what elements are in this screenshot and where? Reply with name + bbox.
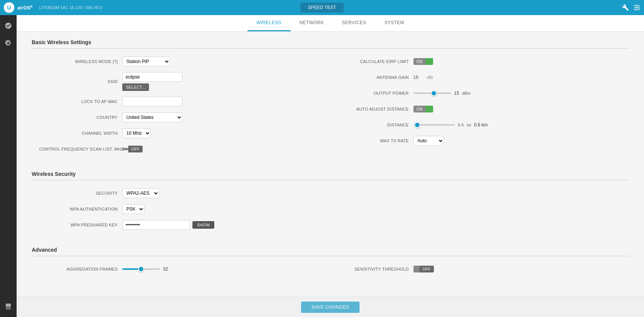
wireless-security-right-col: [330, 188, 629, 235]
auto-adjust-on-btn[interactable]: ON: [413, 106, 426, 112]
wpa-auth-row: WPA AUTHENTICATION PSK EAP: [39, 204, 323, 214]
security-control: None WPA2-AES WPA2-TKIP WEP: [122, 188, 323, 198]
ctrl-freq-toggle-label[interactable]: OFF: [128, 146, 143, 152]
terminal-icon: [5, 303, 12, 310]
sidebar-item-settings[interactable]: [2, 36, 15, 50]
output-power-label: OUTPUT POWER: [338, 91, 413, 95]
top-nav-right: [622, 4, 640, 11]
wpa-auth-label: WPA AUTHENTICATION: [39, 207, 122, 211]
wpa-key-input[interactable]: [122, 220, 190, 230]
eirp-control: ON: [413, 58, 622, 65]
sensitivity-toggle-off-btn[interactable]: OFF: [420, 266, 434, 272]
aggregation-frames-row: AGGREGATION FRAMES 32: [39, 264, 323, 274]
wireless-mode-row: WIRELESS MODE [?] Station PtP Station Ac…: [39, 56, 323, 67]
advanced-header: Advanced: [32, 247, 629, 256]
advanced-form: AGGREGATION FRAMES 32 SENSITIVITY THRESH…: [32, 264, 629, 280]
lock-to-ap-mac-input[interactable]: [122, 97, 183, 106]
wireless-mode-select[interactable]: Station PtP Station Access Point PtP Acc…: [122, 57, 170, 66]
auto-adjust-row: AUTO ADJUST DISTANCE ON: [338, 104, 622, 114]
aggregation-slider[interactable]: [122, 268, 160, 270]
ssid-control: SELECT...: [122, 72, 323, 91]
tab-services[interactable]: SERVICES: [333, 15, 375, 31]
top-nav-center: SPEED TEST: [300, 3, 343, 12]
ctrl-freq-toggle-container: OFF: [122, 146, 143, 152]
channel-width-control: 5 MHz 10 MHz 20 MHz 40 MHz: [122, 128, 323, 138]
basic-wireless-section: Basic Wireless Settings WIRELESS MODE [?…: [32, 39, 629, 160]
ssid-input[interactable]: [122, 72, 183, 82]
security-select[interactable]: None WPA2-AES WPA2-TKIP WEP: [122, 188, 159, 198]
basic-wireless-header: Basic Wireless Settings: [32, 39, 629, 49]
eirp-toggle: ON: [413, 58, 433, 65]
logo-area: U airOS8 LITEBEAM 5AC 16.120 | WA.V8.0: [4, 2, 102, 13]
save-changes-button[interactable]: SAVE CHANGES: [301, 302, 360, 313]
lock-to-ap-mac-label: LOCK TO AP MAC: [39, 99, 122, 104]
basic-wireless-right-col: CALCULATE EIRP LIMIT ON ANTENNA GAIN: [330, 56, 629, 160]
antenna-gain-unit: dBi: [427, 75, 433, 80]
tab-bar: WIRELESS NETWORK SERVICES SYSTEM: [17, 15, 644, 32]
tab-wireless[interactable]: WIRELESS: [247, 15, 290, 31]
country-select[interactable]: United States: [122, 112, 183, 122]
output-power-row: OUTPUT POWER 15 dBm: [338, 88, 622, 98]
max-tx-rate-label: MAX TX RATE: [338, 138, 413, 143]
country-control: United States: [122, 112, 323, 122]
dashboard-icon: [5, 22, 12, 29]
eirp-on-button[interactable]: ON: [413, 58, 426, 65]
ssid-select-button[interactable]: SELECT...: [122, 83, 149, 91]
wireless-mode-label: WIRELESS MODE [?]: [39, 59, 122, 64]
wireless-security-form: SECURITY None WPA2-AES WPA2-TKIP WEP: [32, 188, 629, 235]
auto-adjust-control: ON: [413, 106, 622, 112]
wpa-key-row: WPA PRESHARED KEY SHOW: [39, 220, 323, 230]
sensitivity-threshold-label: SENSITIVITY THRESHOLD: [338, 267, 413, 271]
channel-width-select[interactable]: 5 MHz 10 MHz 20 MHz 40 MHz: [122, 128, 151, 138]
distance-km-value: 0.6 km: [474, 122, 487, 128]
advanced-section: Advanced AGGREGATION FRAMES 32: [32, 247, 629, 280]
sidebar-item-dashboard[interactable]: [2, 19, 15, 32]
wpa-auth-select[interactable]: PSK EAP: [122, 204, 144, 214]
antenna-gain-label: ANTENNA GAIN: [338, 75, 413, 80]
eirp-label: CALCULATE EIRP LIMIT: [338, 59, 413, 64]
tab-network[interactable]: NETWORK: [290, 15, 333, 31]
basic-wireless-form: WIRELESS MODE [?] Station PtP Station Ac…: [32, 56, 629, 160]
settings-icon: [5, 39, 12, 47]
show-key-button[interactable]: SHOW: [192, 221, 214, 229]
wireless-security-left-col: SECURITY None WPA2-AES WPA2-TKIP WEP: [32, 188, 330, 235]
output-power-unit: dBm: [462, 91, 471, 95]
ctrl-freq-control: OFF: [122, 146, 323, 152]
logout-button[interactable]: [633, 4, 640, 11]
country-row: COUNTRY United States: [39, 112, 323, 123]
distance-label: DISTANCE: [338, 123, 413, 127]
distance-row: DISTANCE 0.4 mi 0.6 km: [338, 120, 622, 130]
antenna-gain-row: ANTENNA GAIN 16 dBi: [338, 72, 622, 83]
output-power-slider[interactable]: [413, 92, 451, 94]
auto-adjust-label: AUTO ADJUST DISTANCE: [338, 107, 413, 111]
output-power-control: 15 dBm: [413, 91, 622, 96]
wpa-auth-control: PSK EAP: [122, 204, 323, 214]
aggregation-frames-control: 32: [122, 266, 323, 272]
speed-test-button[interactable]: SPEED TEST: [300, 3, 343, 12]
eirp-toggle-green[interactable]: [426, 58, 433, 65]
sidebar-bottom: [2, 300, 15, 313]
footer: SAVE CHANGES: [17, 297, 644, 317]
wpa-key-control: SHOW: [122, 220, 323, 230]
max-tx-rate-select[interactable]: Auto 6 Mbps 9 Mbps 12 Mbps: [413, 136, 444, 146]
ctrl-freq-toggle-off[interactable]: [122, 148, 128, 150]
max-tx-rate-control: Auto 6 Mbps 9 Mbps 12 Mbps: [413, 136, 622, 146]
tab-system[interactable]: SYSTEM: [375, 15, 413, 31]
output-power-value: 15: [454, 91, 459, 96]
sensitivity-toggle-gray-btn[interactable]: [413, 266, 420, 272]
antenna-gain-value: 16: [413, 75, 425, 80]
antenna-gain-control: 16 dBi: [413, 75, 622, 80]
lock-to-ap-mac-row: LOCK TO AP MAC: [39, 96, 323, 107]
auto-adjust-green-btn[interactable]: [426, 106, 433, 112]
tools-button[interactable]: [622, 4, 629, 11]
distance-slider[interactable]: [413, 124, 455, 126]
sidebar-item-terminal[interactable]: [2, 300, 15, 313]
ctrl-freq-label: CONTROL FREQUENCY SCAN LIST, MHz: [39, 147, 122, 151]
content-area: WIRELESS NETWORK SERVICES SYSTEM Basic W…: [17, 15, 644, 317]
wireless-security-section: Wireless Security SECURITY None WPA2-AES…: [32, 171, 629, 235]
wrench-icon: [622, 4, 629, 11]
aggregation-frames-label: AGGREGATION FRAMES: [39, 267, 122, 271]
advanced-left-col: AGGREGATION FRAMES 32: [32, 264, 330, 280]
aggregation-frames-value: 32: [163, 266, 168, 272]
device-info: LITEBEAM 5AC 16.120 | WA.V8.0: [39, 6, 102, 10]
